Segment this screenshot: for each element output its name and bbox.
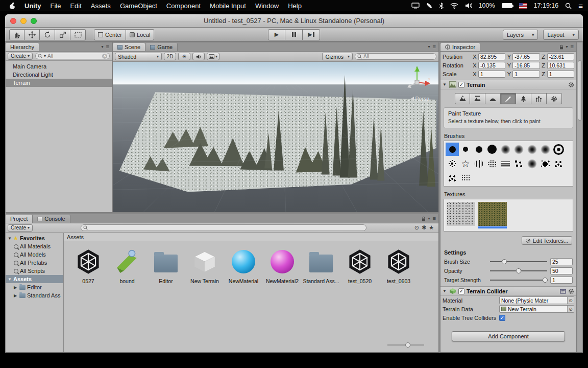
spotlight-search-icon[interactable] <box>565 3 572 9</box>
asset-item[interactable]: Editor <box>148 247 184 284</box>
brush-swatch[interactable] <box>552 143 565 156</box>
terrain-component-header[interactable]: ▼ ✓ Terrain <box>440 80 576 89</box>
setting-slider[interactable] <box>490 277 547 284</box>
gizmos-dropdown[interactable]: Gizmos▾ <box>322 53 353 60</box>
texture-thumbnail[interactable] <box>478 202 507 226</box>
pivot-toggle-button[interactable]: Center <box>94 29 126 40</box>
hierarchy-item[interactable]: Terrain <box>6 79 112 87</box>
scene-audio-toggle[interactable] <box>192 53 205 60</box>
menu-item[interactable]: Mobile Input <box>205 2 251 10</box>
brush-swatch[interactable] <box>446 157 459 170</box>
asset-item[interactable]: test_0603 <box>380 247 417 284</box>
hierarchy-item[interactable]: Directional Light <box>6 71 112 79</box>
gear-icon[interactable] <box>568 82 574 88</box>
panel-menu-icon[interactable]: ≡ <box>571 44 574 50</box>
brush-swatch[interactable] <box>538 143 552 156</box>
asset-item[interactable]: test_0520 <box>341 247 378 284</box>
z-value-field[interactable]: -23.61 <box>547 53 574 60</box>
terrain-settings-tool-button[interactable] <box>547 93 562 104</box>
scene-effects-dropdown[interactable]: ▾ <box>207 53 219 60</box>
asset-item[interactable]: Standard Ass... <box>303 247 339 284</box>
search-clear-icon[interactable]: ✕ <box>102 54 107 59</box>
menu-item[interactable]: Edit <box>65 2 86 10</box>
lock-icon[interactable] <box>559 44 564 50</box>
brush-swatch[interactable] <box>525 157 538 170</box>
enable-tree-colliders-checkbox[interactable]: ✓ <box>499 315 505 321</box>
layers-dropdown[interactable]: Layers▾ <box>503 30 538 40</box>
wifi-icon[interactable] <box>450 3 458 9</box>
gear-icon[interactable] <box>568 288 574 294</box>
hand-tool-button[interactable] <box>9 29 24 40</box>
notification-center-icon[interactable]: ≡ <box>578 2 583 10</box>
y-value-field[interactable]: -37.65 <box>512 53 540 60</box>
step-button[interactable]: ▶ <box>303 29 320 40</box>
hierarchy-item[interactable]: Main Camera <box>6 62 112 71</box>
icon-size-slider[interactable] <box>387 342 424 348</box>
hierarchy-create-button[interactable]: Create▾ <box>8 53 33 60</box>
apple-menu[interactable] <box>5 2 20 10</box>
terrain-collider-header[interactable]: ▼ ✓ Terrain Collider <box>440 286 576 296</box>
project-search-input[interactable] <box>81 224 366 231</box>
menu-item[interactable]: Help <box>283 2 306 10</box>
asset-item[interactable]: bound <box>109 247 145 284</box>
asset-item[interactable]: New Terrain <box>186 247 223 284</box>
tab-project[interactable]: Project <box>6 215 33 223</box>
object-reference-field[interactable]: New Terrain ⊙ <box>499 305 574 313</box>
menu-item[interactable]: Component <box>162 2 205 10</box>
project-create-button[interactable]: Create▾ <box>8 224 33 232</box>
panel-menu-icon[interactable]: ≡ <box>106 44 109 50</box>
brush-swatch[interactable] <box>552 157 565 170</box>
brush-swatch[interactable] <box>446 171 459 185</box>
brush-swatch[interactable] <box>485 157 499 170</box>
rect-tool-button[interactable] <box>70 29 86 40</box>
asset-item[interactable]: NewMaterial <box>225 247 262 284</box>
brush-swatch[interactable] <box>512 143 525 156</box>
tab-console[interactable]: Console <box>33 215 70 223</box>
paint-height-tool-button[interactable] <box>470 93 485 104</box>
brush-swatch[interactable] <box>485 143 499 156</box>
move-tool-button[interactable] <box>24 29 40 40</box>
rotate-tool-button[interactable] <box>40 29 55 40</box>
setting-value-field[interactable]: 50 <box>550 267 573 274</box>
minimize-window-button[interactable] <box>20 18 27 24</box>
setting-value-field[interactable]: 1 <box>550 277 573 284</box>
brush-swatch[interactable] <box>459 157 472 170</box>
texture-thumbnail[interactable] <box>447 202 475 226</box>
smooth-height-tool-button[interactable] <box>485 93 501 104</box>
brush-swatch[interactable] <box>512 157 525 170</box>
search-by-label-icon[interactable]: ✱ <box>422 225 426 231</box>
x-value-field[interactable]: 82.895 <box>478 53 505 60</box>
menu-item[interactable]: Window <box>251 2 283 10</box>
brush-swatch[interactable] <box>499 157 512 170</box>
draw-mode-dropdown[interactable]: Shaded▾ <box>115 53 162 60</box>
add-component-button[interactable]: Add Component <box>452 331 565 341</box>
object-picker-icon[interactable]: ⊙ <box>567 306 574 312</box>
scrollbar-thumb[interactable] <box>578 60 582 121</box>
layout-dropdown[interactable]: Layout▾ <box>543 30 579 40</box>
phone-icon[interactable] <box>426 3 432 9</box>
tab-game[interactable]: Game <box>145 43 178 51</box>
lock-icon[interactable] <box>422 216 426 221</box>
asset-item[interactable]: NewMaterial2 <box>264 247 301 284</box>
window-titlebar[interactable]: Untitled - test_0527 - PC, Mac & Linux S… <box>5 14 583 28</box>
place-trees-tool-button[interactable] <box>516 93 531 104</box>
menubar-clock[interactable]: 17:19:16 <box>534 2 559 9</box>
menu-item[interactable]: Assets <box>86 2 115 10</box>
perspective-toggle[interactable]: Persp <box>411 96 429 102</box>
favorite-search-icon[interactable]: ★ <box>429 225 434 231</box>
battery-icon[interactable] <box>502 3 512 8</box>
space-toggle-button[interactable]: Local <box>126 29 154 40</box>
object-picker-icon[interactable]: ⊙ <box>567 297 574 304</box>
brush-swatch[interactable] <box>472 157 485 170</box>
tab-scene[interactable]: Scene <box>113 43 145 51</box>
pause-button[interactable] <box>285 29 303 40</box>
panel-menu-icon[interactable]: ≡ <box>433 44 436 50</box>
display-mirroring-icon[interactable] <box>411 3 420 9</box>
brush-swatch[interactable] <box>538 157 552 170</box>
search-by-type-icon[interactable]: ⊙ <box>414 225 419 231</box>
brush-swatch[interactable] <box>472 143 485 156</box>
favorites-item[interactable]: All Models <box>6 250 63 259</box>
paint-details-tool-button[interactable] <box>531 93 547 104</box>
zoom-window-button[interactable] <box>31 18 37 24</box>
tab-hierarchy[interactable]: Hierarchy <box>6 43 39 51</box>
